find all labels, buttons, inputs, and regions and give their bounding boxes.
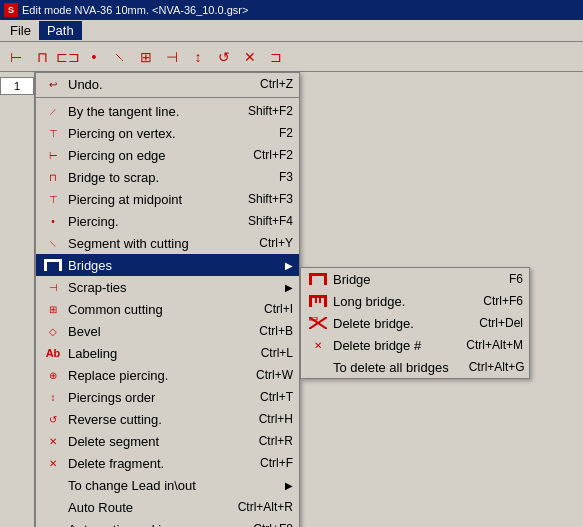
delete-fragment-icon: ✕ — [42, 455, 64, 471]
change-lead-arrow: ▶ — [285, 480, 293, 491]
toolbar-btn-11[interactable]: ⊐ — [264, 45, 288, 69]
menu-common-cutting[interactable]: ⊞ Common cutting Ctrl+I — [36, 298, 299, 320]
scrap-ties-icon: ⊣ — [42, 279, 64, 295]
toolbar-btn-4[interactable]: • — [82, 45, 106, 69]
auto-route-icon — [42, 499, 64, 515]
menu-bridge-scrap[interactable]: ⊓ Bridge to scrap. F3 — [36, 166, 299, 188]
delete-bridge-icon — [307, 315, 329, 331]
menu-piercing-midpoint[interactable]: ⊤ Piercing at midpoint Shift+F3 — [36, 188, 299, 210]
scrap-ties-arrow: ▶ — [285, 282, 293, 293]
replace-piercing-icon: ⊕ — [42, 367, 64, 383]
segment-cutting-icon: ⟍ — [42, 235, 64, 251]
main-content: 1 ↩ Undo. Ctrl+Z ⟋ By the tangent line. … — [0, 72, 583, 527]
piercing-midpoint-icon: ⊤ — [42, 191, 64, 207]
long-bridge-icon — [307, 293, 329, 309]
app-icon: S — [4, 3, 18, 17]
change-lead-icon — [42, 477, 64, 493]
toolbar-btn-9[interactable]: ↺ — [212, 45, 236, 69]
auto-marking-icon — [42, 521, 64, 527]
title-text: Edit mode NVA-36 10mm. <NVA-36_10.0.gsr> — [22, 4, 248, 16]
menu-scrap-ties[interactable]: ⊣ Scrap-ties ▶ — [36, 276, 299, 298]
svg-rect-8 — [324, 295, 327, 307]
piercing-vertex-icon: ⊤ — [42, 125, 64, 141]
toolbar-btn-1[interactable]: ⊢ — [4, 45, 28, 69]
submenu-delete-bridge-num[interactable]: ✕ Delete bridge # Ctrl+Alt+M — [301, 334, 529, 356]
delete-all-bridges-icon — [307, 359, 329, 375]
menu-file[interactable]: File — [2, 21, 39, 40]
toolbar-btn-5[interactable]: ⟍ — [108, 45, 132, 69]
menu-bevel[interactable]: ◇ Bevel Ctrl+B — [36, 320, 299, 342]
bridges-arrow: ▶ — [285, 260, 293, 271]
svg-rect-7 — [309, 295, 312, 307]
submenu-delete-all-bridges[interactable]: To delete all bridges Ctrl+Alt+G — [301, 356, 529, 378]
svg-rect-1 — [44, 259, 47, 271]
toolbar-btn-3[interactable]: ⊏⊐ — [56, 45, 80, 69]
menu-segment-cutting[interactable]: ⟍ Segment with cutting Ctrl+Y — [36, 232, 299, 254]
separator-1 — [36, 97, 299, 98]
submenu-long-bridge[interactable]: Long bridge. Ctrl+F6 — [301, 290, 529, 312]
svg-rect-2 — [59, 259, 62, 271]
submenu-bridge[interactable]: Bridge F6 — [301, 268, 529, 290]
piercing-icon: • — [42, 213, 64, 229]
svg-rect-9 — [315, 295, 317, 303]
toolbar: ⊢ ⊓ ⊏⊐ • ⟍ ⊞ ⊣ ↕ ↺ ✕ ⊐ — [0, 42, 583, 72]
menu-reverse-cutting[interactable]: ↺ Reverse cutting. Ctrl+H — [36, 408, 299, 430]
delete-bridge-num-icon: ✕ — [307, 337, 329, 353]
toolbar-btn-2[interactable]: ⊓ — [30, 45, 54, 69]
bevel-icon: ◇ — [42, 323, 64, 339]
title-bar: S Edit mode NVA-36 10mm. <NVA-36_10.0.gs… — [0, 0, 583, 20]
toolbar-btn-6[interactable]: ⊞ — [134, 45, 158, 69]
sidebar-number: 1 — [0, 77, 34, 95]
piercing-edge-icon: ⊢ — [42, 147, 64, 163]
menu-labeling[interactable]: Ab Labeling Ctrl+L — [36, 342, 299, 364]
toolbar-btn-10[interactable]: ✕ — [238, 45, 262, 69]
menu-replace-piercing[interactable]: ⊕ Replace piercing. Ctrl+W — [36, 364, 299, 386]
menu-piercing-vertex[interactable]: ⊤ Piercing on vertex. F2 — [36, 122, 299, 144]
bridge-scrap-icon: ⊓ — [42, 169, 64, 185]
path-menu: ↩ Undo. Ctrl+Z ⟋ By the tangent line. Sh… — [35, 72, 300, 527]
undo-icon: ↩ — [42, 76, 64, 92]
menu-auto-route[interactable]: Auto Route Ctrl+Alt+R — [36, 496, 299, 518]
delete-segment-icon: ✕ — [42, 433, 64, 449]
menu-change-lead[interactable]: To change Lead in\out ▶ — [36, 474, 299, 496]
toolbar-btn-7[interactable]: ⊣ — [160, 45, 184, 69]
reverse-cutting-icon: ↺ — [42, 411, 64, 427]
left-sidebar: 1 — [0, 72, 35, 527]
labeling-icon: Ab — [42, 345, 64, 361]
svg-rect-4 — [309, 273, 312, 285]
menu-path[interactable]: Path — [39, 21, 82, 40]
submenu-delete-bridge[interactable]: Delete bridge. Ctrl+Del — [301, 312, 529, 334]
menu-delete-segment[interactable]: ✕ Delete segment Ctrl+R — [36, 430, 299, 452]
toolbar-btn-8[interactable]: ↕ — [186, 45, 210, 69]
menu-piercing[interactable]: • Piercing. Shift+F4 — [36, 210, 299, 232]
menu-undo[interactable]: ↩ Undo. Ctrl+Z — [36, 73, 299, 95]
tangent-icon: ⟋ — [42, 103, 64, 119]
menu-bar: File Path — [0, 20, 583, 42]
menu-auto-marking[interactable]: Automatic marking Ctrl+F8 — [36, 518, 299, 527]
menu-delete-fragment[interactable]: ✕ Delete fragment. Ctrl+F — [36, 452, 299, 474]
svg-rect-10 — [319, 295, 321, 303]
menu-piercing-edge[interactable]: ⊢ Piercing on edge Ctrl+F2 — [36, 144, 299, 166]
common-cutting-icon: ⊞ — [42, 301, 64, 317]
piercings-order-icon: ↕ — [42, 389, 64, 405]
menu-by-tangent[interactable]: ⟋ By the tangent line. Shift+F2 — [36, 100, 299, 122]
bridge-icon — [307, 271, 329, 287]
bridges-icon — [42, 257, 64, 273]
menu-piercings-order[interactable]: ↕ Piercings order Ctrl+T — [36, 386, 299, 408]
svg-rect-5 — [324, 273, 327, 285]
bridges-submenu: Bridge F6 Long bridge. Ctrl+F6 — [300, 267, 530, 379]
menu-bridges[interactable]: Bridges ▶ — [36, 254, 299, 276]
